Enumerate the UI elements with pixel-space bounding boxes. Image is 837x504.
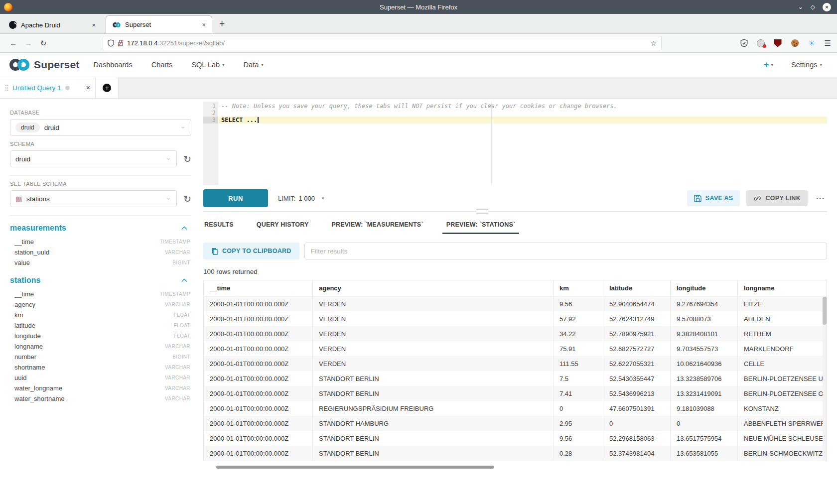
filter-results-input[interactable] <box>304 243 827 259</box>
table-cell: 52.9040654474 <box>603 296 671 311</box>
query-tab-untitled[interactable]: Untitled Query 1 × <box>0 77 96 98</box>
column-header[interactable]: longitude <box>671 280 738 296</box>
copy-to-clipboard-button[interactable]: COPY TO CLIPBOARD <box>203 243 299 259</box>
refresh-tables-icon[interactable]: ↻ <box>183 194 191 204</box>
column-row: longitudeFLOAT <box>10 331 191 341</box>
results-tab[interactable]: QUERY HISTORY <box>256 215 310 234</box>
drag-handle-icon[interactable] <box>5 85 8 91</box>
editor-toolbar: RUN LIMIT: 1 000 ▾ SAVE AS <box>203 185 827 211</box>
table-cell: STANDORT BERLIN <box>313 371 554 386</box>
browser-tab-superset[interactable]: Superset × <box>106 15 212 33</box>
column-header[interactable]: agency <box>313 280 554 296</box>
window-maximize-icon[interactable]: ◇ <box>811 4 815 10</box>
chevron-up-icon[interactable] <box>181 278 187 282</box>
add-tab-icon[interactable]: + <box>103 84 111 92</box>
query-tab-close-icon[interactable]: × <box>86 84 90 92</box>
table-cell: 9.57088073 <box>671 311 738 326</box>
save-as-button[interactable]: SAVE AS <box>687 190 740 206</box>
nav-item-dashboards[interactable]: Dashboards <box>93 61 132 69</box>
text-cursor <box>258 117 259 123</box>
settings-menu[interactable]: Settings▾ <box>791 61 822 69</box>
window-titlebar: Superset — Mozilla Firefox ⌄ ◇ × <box>0 0 837 14</box>
results-tab[interactable]: PREVIEW: `MEASUREMENTS` <box>331 215 424 234</box>
tab-close-icon[interactable]: × <box>202 21 206 28</box>
refresh-schema-icon[interactable]: ↻ <box>183 154 191 164</box>
brand-name: Superset <box>34 59 79 71</box>
column-row: uuidVARCHAR <box>10 373 191 383</box>
table-value: stations <box>26 195 50 203</box>
new-item-button[interactable]: +▾ <box>763 59 773 70</box>
back-icon[interactable]: ← <box>6 39 21 47</box>
column-header[interactable]: km <box>554 280 603 296</box>
column-header[interactable]: latitude <box>603 280 671 296</box>
table-cell: 13.3238589706 <box>671 371 738 386</box>
snowflake-icon[interactable]: ✳ <box>808 39 816 47</box>
query-state-dot <box>65 86 70 90</box>
schema-select[interactable]: druid ⌄ <box>10 150 177 167</box>
column-header[interactable]: __time <box>204 280 313 296</box>
splitter-grip-icon[interactable] <box>476 209 488 214</box>
table-cell: 52.5430355447 <box>603 371 671 386</box>
table-cell: VERDEN <box>313 326 554 341</box>
table-section-header[interactable]: stations <box>10 276 191 285</box>
table-cell: VERDEN <box>313 311 554 326</box>
shield-icon[interactable] <box>108 39 114 47</box>
new-browser-tab-button[interactable]: + <box>219 18 225 29</box>
column-header[interactable]: longname <box>738 280 827 296</box>
limit-control[interactable]: LIMIT: 1 000 ▾ <box>278 195 324 202</box>
column-name: number <box>14 353 36 361</box>
column-row: __timeTIMESTAMP <box>10 237 191 247</box>
table-cell: 7.5 <box>554 371 603 386</box>
ublock-icon[interactable] <box>774 39 782 47</box>
column-name: water_shortname <box>14 395 64 402</box>
copy-link-button[interactable]: COPY LINK <box>746 190 808 206</box>
results-tab[interactable]: PREVIEW: `STATIONS` <box>445 215 517 234</box>
run-button[interactable]: RUN <box>203 189 268 207</box>
column-type: VARCHAR <box>165 385 190 391</box>
more-options-icon[interactable]: ··· <box>816 194 825 203</box>
forward-icon[interactable]: → <box>21 39 36 47</box>
privacy-mask-icon[interactable] <box>757 39 765 47</box>
table-cell: 10.0621640936 <box>671 356 738 371</box>
table-section-header[interactable]: measurements <box>10 224 191 233</box>
bookmark-star-icon[interactable]: ☆ <box>650 39 657 47</box>
vertical-scrollbar-thumb[interactable] <box>823 297 827 325</box>
results-tab[interactable]: RESULTS <box>203 215 235 234</box>
browser-tab-apache-druid[interactable]: Apache Druid × <box>3 16 102 33</box>
browser-tab-title: Apache Druid <box>21 21 88 29</box>
cookie-icon[interactable] <box>791 39 799 47</box>
nav-right: +▾ Settings▾ <box>763 59 829 70</box>
menu-icon[interactable]: ☰ <box>825 39 831 48</box>
pane-splitter[interactable] <box>203 211 827 215</box>
table-select[interactable]: ▦ stations ⌄ <box>10 190 177 207</box>
insecure-lock-icon[interactable] <box>118 39 124 47</box>
horizontal-scrollbar-thumb[interactable] <box>216 466 494 469</box>
nav-item-sql-lab[interactable]: SQL Lab▾ <box>191 61 224 69</box>
chevron-up-icon[interactable] <box>181 226 187 230</box>
column-name: __time <box>14 290 34 298</box>
add-query-tab[interactable]: + <box>96 77 119 98</box>
column-row: agencyVARCHAR <box>10 299 191 310</box>
window-minimize-icon[interactable]: ⌄ <box>798 4 803 10</box>
vertical-scrollbar[interactable] <box>823 297 827 461</box>
nav-item-data[interactable]: Data▾ <box>244 61 264 69</box>
table-cell: STANDORT BERLIN <box>313 446 554 461</box>
tab-close-icon[interactable]: × <box>92 21 96 29</box>
nav-item-charts[interactable]: Charts <box>151 61 173 69</box>
database-select[interactable]: druid druid ⌄ <box>10 119 191 136</box>
window-close-icon[interactable]: × <box>823 3 831 11</box>
url-bar[interactable]: 172.18.0.4:32251/superset/sqllab/ ☆ <box>103 36 662 50</box>
database-label: DATABASE <box>10 110 191 116</box>
table-row: 2000-01-01T00:00:00.000ZVERDEN75.9152.68… <box>204 341 827 356</box>
horizontal-scrollbar[interactable] <box>203 466 827 469</box>
reload-icon[interactable]: ↻ <box>36 39 51 48</box>
superset-logo[interactable]: Superset <box>8 58 79 72</box>
editor-code[interactable]: -- Note: Unless you save your query, the… <box>218 102 827 185</box>
caret-down-icon: ▾ <box>322 196 324 201</box>
table-cell: 2000-01-01T00:00:00.000Z <box>204 401 313 416</box>
sql-editor[interactable]: 1 2 3 -- Note: Unless you save your quer… <box>203 102 827 185</box>
table-cell: VERDEN <box>313 341 554 356</box>
pocket-shield-icon[interactable] <box>740 39 748 47</box>
schema-tables: measurements__timeTIMESTAMPstation_uuidV… <box>10 224 191 404</box>
column-row: __timeTIMESTAMP <box>10 289 191 299</box>
